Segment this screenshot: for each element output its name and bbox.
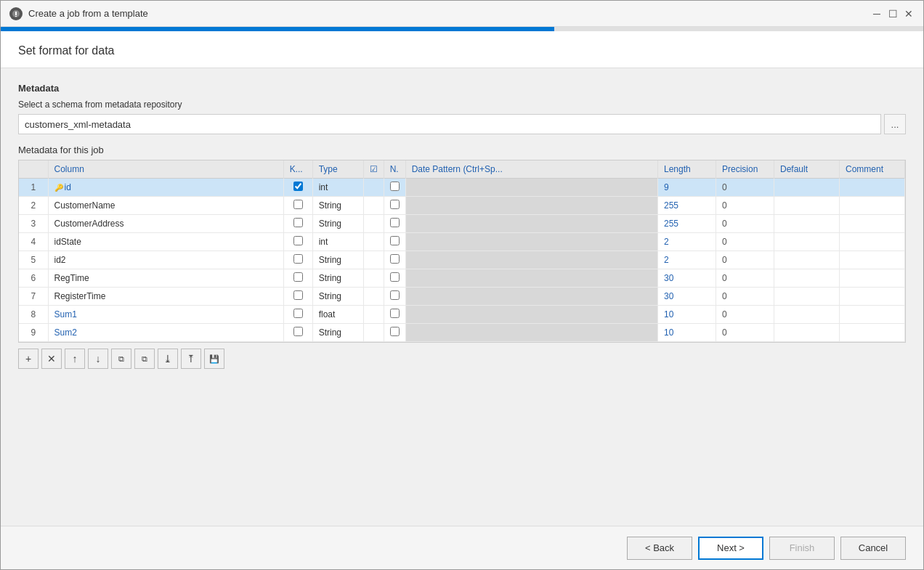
table-row[interactable]: 3CustomerAddressString2550 [19, 215, 905, 233]
check-cell [363, 179, 384, 197]
key-checkbox[interactable] [293, 200, 303, 209]
column-name: CustomerAddress [48, 215, 283, 233]
key-checkbox[interactable] [293, 272, 303, 282]
close-button[interactable]: ✕ [903, 8, 915, 20]
key-checkbox[interactable] [293, 218, 303, 227]
table-row[interactable]: 5id2String20 [19, 251, 905, 269]
content-body: Metadata Select a schema from metadata r… [1, 68, 923, 526]
maximize-button[interactable]: ☐ [887, 8, 899, 20]
move-up-button[interactable]: ↑ [65, 349, 85, 369]
key-checkbox-cell[interactable] [283, 288, 312, 306]
nullable-checkbox-cell[interactable] [384, 288, 405, 306]
key-checkbox[interactable] [293, 309, 303, 318]
nullable-checkbox[interactable] [390, 182, 400, 191]
precision-cell: 0 [716, 179, 774, 197]
next-button[interactable]: Next > [698, 537, 763, 560]
length-cell: 255 [658, 197, 716, 215]
key-checkbox-cell[interactable] [283, 324, 312, 342]
nullable-checkbox-cell[interactable] [384, 306, 405, 324]
col-header-nullable[interactable]: N. [384, 160, 405, 179]
table-row[interactable]: 4idStateint20 [19, 233, 905, 251]
key-checkbox-cell[interactable] [283, 215, 312, 233]
export-button[interactable]: ⤒ [181, 349, 201, 369]
delete-row-button[interactable]: ✕ [41, 349, 62, 369]
col-header-date-pattern[interactable]: Date Pattern (Ctrl+Sp... [405, 160, 657, 179]
schema-input[interactable] [18, 114, 881, 134]
table-row[interactable]: 1🔑idint90 [19, 179, 905, 197]
column-name: RegTime [48, 269, 283, 288]
table-row[interactable]: 6RegTimeString300 [19, 269, 905, 288]
copy-button[interactable]: ⧉ [111, 349, 131, 369]
window-controls: ─ ☐ ✕ [871, 8, 915, 20]
window-title: Create a job from a template [28, 8, 148, 19]
key-checkbox[interactable] [293, 182, 303, 191]
cancel-button[interactable]: Cancel [840, 537, 906, 560]
column-name: Sum2 [48, 324, 283, 342]
precision-cell: 0 [716, 306, 774, 324]
row-number: 5 [19, 251, 48, 269]
nullable-checkbox[interactable] [390, 236, 400, 245]
nullable-checkbox[interactable] [390, 327, 400, 336]
move-down-button[interactable]: ↓ [88, 349, 108, 369]
col-header-check: ☑ [363, 160, 384, 179]
length-cell: 255 [658, 215, 716, 233]
key-checkbox-cell[interactable] [283, 251, 312, 269]
type-cell: String [312, 269, 363, 288]
table-row[interactable]: 2CustomerNameString2550 [19, 197, 905, 215]
nullable-checkbox[interactable] [390, 309, 400, 318]
key-checkbox-cell[interactable] [283, 269, 312, 288]
col-header-type[interactable]: Type [312, 160, 363, 179]
nullable-checkbox-cell[interactable] [384, 179, 405, 197]
col-header-column[interactable]: Column [48, 160, 283, 179]
key-checkbox[interactable] [293, 327, 303, 336]
content-header: Set format for data [1, 31, 923, 68]
key-checkbox[interactable] [293, 254, 303, 264]
type-cell: float [312, 306, 363, 324]
date-pattern-cell [405, 233, 657, 251]
type-cell: String [312, 288, 363, 306]
col-header-length[interactable]: Length [658, 160, 716, 179]
type-cell: String [312, 251, 363, 269]
nullable-checkbox-cell[interactable] [384, 233, 405, 251]
default-cell [774, 269, 840, 288]
comment-cell [840, 179, 905, 197]
key-checkbox[interactable] [293, 290, 303, 300]
table-row[interactable]: 7RegisterTimeString300 [19, 288, 905, 306]
schema-browse-button[interactable]: ... [884, 114, 906, 134]
nullable-checkbox[interactable] [390, 272, 400, 282]
key-checkbox-cell[interactable] [283, 306, 312, 324]
check-cell [363, 215, 384, 233]
comment-cell [840, 251, 905, 269]
key-checkbox-cell[interactable] [283, 197, 312, 215]
key-checkbox-cell[interactable] [283, 179, 312, 197]
table-row[interactable]: 8Sum1float100 [19, 306, 905, 324]
nullable-checkbox[interactable] [390, 290, 400, 300]
nullable-checkbox[interactable] [390, 200, 400, 209]
precision-cell: 0 [716, 215, 774, 233]
col-header-comment[interactable]: Comment [840, 160, 905, 179]
add-row-button[interactable]: + [18, 349, 38, 369]
nullable-checkbox-cell[interactable] [384, 215, 405, 233]
nullable-checkbox-cell[interactable] [384, 269, 405, 288]
col-header-precision[interactable]: Precision [716, 160, 774, 179]
table-row[interactable]: 9Sum2String100 [19, 324, 905, 342]
minimize-button[interactable]: ─ [871, 8, 883, 20]
metadata-table-container: Column K... Type ☑ N. Date Pattern (Ctrl… [18, 160, 906, 343]
nullable-checkbox-cell[interactable] [384, 251, 405, 269]
paste-button[interactable]: ⧉ [134, 349, 155, 369]
col-header-num [19, 160, 48, 179]
nullable-checkbox[interactable] [390, 218, 400, 227]
nullable-checkbox-cell[interactable] [384, 324, 405, 342]
default-cell [774, 251, 840, 269]
import-button[interactable]: ⤓ [158, 349, 178, 369]
type-cell: String [312, 324, 363, 342]
nullable-checkbox-cell[interactable] [384, 197, 405, 215]
key-checkbox-cell[interactable] [283, 233, 312, 251]
save-button[interactable]: 💾 [204, 349, 224, 369]
nullable-checkbox[interactable] [390, 254, 400, 264]
col-header-default[interactable]: Default [774, 160, 840, 179]
key-checkbox[interactable] [293, 236, 303, 245]
row-number: 9 [19, 324, 48, 342]
col-header-key[interactable]: K... [283, 160, 312, 179]
back-button[interactable]: < Back [627, 537, 692, 560]
